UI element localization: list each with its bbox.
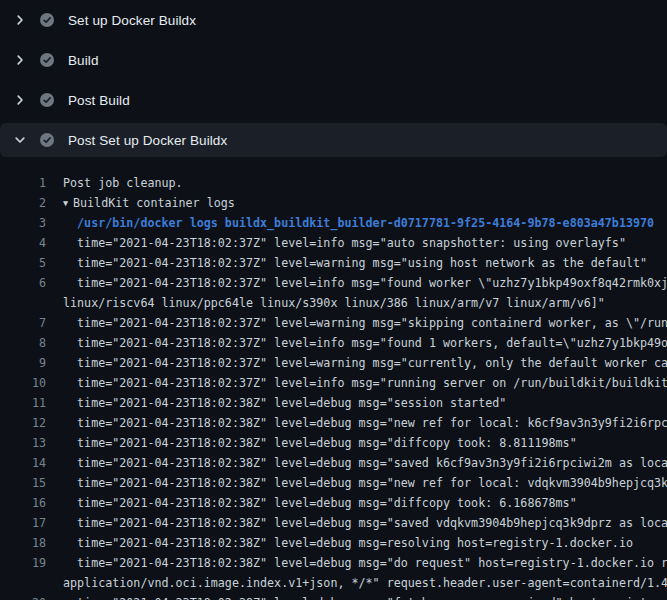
log-line-number[interactable]: 14 <box>0 456 46 470</box>
log-line: 11 time="2021-04-23T18:02:38Z" level=deb… <box>0 393 667 413</box>
step-header-set-up-docker-buildx[interactable]: Set up Docker Buildx <box>0 0 667 40</box>
log-line-number[interactable]: 19 <box>0 556 46 570</box>
log-line-number[interactable]: 10 <box>0 376 46 390</box>
step-header-build[interactable]: Build <box>0 40 667 80</box>
log-line: 8 time="2021-04-23T18:02:37Z" level=info… <box>0 333 667 353</box>
log-lines: 1 Post job cleanup. 2 ▼BuildKit containe… <box>0 160 667 600</box>
log-line-text: time="2021-04-23T18:02:38Z" level=debug … <box>63 396 506 410</box>
log-line-text: application/vnd.oci.image.index.v1+json,… <box>63 576 667 590</box>
log-line-text: time="2021-04-23T18:02:37Z" level=info m… <box>63 236 626 250</box>
log-line-text: time="2021-04-23T18:02:37Z" level=warnin… <box>63 256 647 270</box>
check-circle-icon <box>40 53 54 67</box>
log-line-text: time="2021-04-23T18:02:38Z" level=debug … <box>63 596 667 600</box>
step-header-post-build[interactable]: Post Build <box>0 80 667 120</box>
log-line-text: time="2021-04-23T18:02:37Z" level=info m… <box>63 376 667 390</box>
log-line-number[interactable]: 12 <box>0 416 46 430</box>
log-line-text: Post job cleanup. <box>63 176 183 190</box>
log-line: 3 /usr/bin/docker logs buildx_buildkit_b… <box>0 213 667 233</box>
log-line-number[interactable]: 6 <box>0 276 46 290</box>
log-line-number[interactable]: 4 <box>0 236 46 250</box>
log-line: linux/riscv64 linux/ppc64le linux/s390x … <box>0 293 667 313</box>
step-label: Post Build <box>68 93 130 108</box>
log-line-text: time="2021-04-23T18:02:38Z" level=debug … <box>63 516 667 530</box>
log-line: 4 time="2021-04-23T18:02:37Z" level=info… <box>0 233 667 253</box>
log-line-number[interactable]: 3 <box>0 216 46 230</box>
log-line-text: time="2021-04-23T18:02:38Z" level=debug … <box>63 456 667 470</box>
chevron-down-icon <box>12 132 28 148</box>
log-line-text: time="2021-04-23T18:02:38Z" level=debug … <box>63 536 633 550</box>
collapse-triangle-icon[interactable]: ▼ <box>63 198 73 208</box>
log-line: 18 time="2021-04-23T18:02:38Z" level=deb… <box>0 533 667 553</box>
log-line: 12 time="2021-04-23T18:02:38Z" level=deb… <box>0 413 667 433</box>
log-line-text: time="2021-04-23T18:02:38Z" level=debug … <box>63 416 667 430</box>
log-line-number[interactable]: 5 <box>0 256 46 270</box>
log-line-text: time="2021-04-23T18:02:37Z" level=info m… <box>63 336 667 350</box>
log-group-label[interactable]: BuildKit container logs <box>73 196 235 210</box>
log-line-number[interactable]: 11 <box>0 396 46 410</box>
chevron-right-icon <box>12 12 28 28</box>
log-line-number[interactable]: 16 <box>0 496 46 510</box>
log-line-text: time="2021-04-23T18:02:38Z" level=debug … <box>63 496 577 510</box>
log-line: 19 time="2021-04-23T18:02:38Z" level=deb… <box>0 553 667 573</box>
log-line: 13 time="2021-04-23T18:02:38Z" level=deb… <box>0 433 667 453</box>
log-line-number[interactable]: 18 <box>0 536 46 550</box>
log-line: 7 time="2021-04-23T18:02:37Z" level=warn… <box>0 313 667 333</box>
chevron-right-icon <box>12 92 28 108</box>
log-line: 2 ▼BuildKit container logs <box>0 193 667 213</box>
log-line-number[interactable]: 20 <box>0 596 46 600</box>
log-line-number[interactable]: 15 <box>0 476 46 490</box>
log-line-number[interactable]: 17 <box>0 516 46 530</box>
check-circle-icon <box>40 13 54 27</box>
chevron-right-icon <box>12 52 28 68</box>
log-line-number[interactable]: 13 <box>0 436 46 450</box>
log-line: 14 time="2021-04-23T18:02:38Z" level=deb… <box>0 453 667 473</box>
log-line-number[interactable]: 8 <box>0 336 46 350</box>
log-line-number[interactable]: 2 <box>0 196 46 210</box>
check-circle-icon <box>40 133 54 147</box>
log-line-text: time="2021-04-23T18:02:38Z" level=debug … <box>63 436 577 450</box>
step-header-post-set-up-docker-buildx[interactable]: Post Set up Docker Buildx <box>0 123 667 157</box>
log-line-number[interactable]: 7 <box>0 316 46 330</box>
log-line-number[interactable]: 1 <box>0 176 46 190</box>
log-line-text: time="2021-04-23T18:02:37Z" level=info m… <box>63 276 667 290</box>
log-line: 16 time="2021-04-23T18:02:38Z" level=deb… <box>0 493 667 513</box>
log-line-text: time="2021-04-23T18:02:37Z" level=warnin… <box>63 316 667 330</box>
log-line: application/vnd.oci.image.index.v1+json,… <box>0 573 667 593</box>
step-label: Build <box>68 53 99 68</box>
log-line: 10 time="2021-04-23T18:02:37Z" level=inf… <box>0 373 667 393</box>
log-line: 6 time="2021-04-23T18:02:37Z" level=info… <box>0 273 667 293</box>
log-line-text: linux/riscv64 linux/ppc64le linux/s390x … <box>63 296 605 310</box>
log-line-text: /usr/bin/docker logs buildx_buildkit_bui… <box>63 216 654 230</box>
log-line-text: time="2021-04-23T18:02:38Z" level=debug … <box>63 556 667 570</box>
log-line-text: time="2021-04-23T18:02:37Z" level=warnin… <box>63 356 667 370</box>
log-line: 17 time="2021-04-23T18:02:38Z" level=deb… <box>0 513 667 533</box>
step-label: Post Set up Docker Buildx <box>68 133 227 148</box>
log-line: 9 time="2021-04-23T18:02:37Z" level=warn… <box>0 353 667 373</box>
log-line-number[interactable]: 9 <box>0 356 46 370</box>
log-line: 20 time="2021-04-23T18:02:38Z" level=deb… <box>0 593 667 600</box>
log-line: 5 time="2021-04-23T18:02:37Z" level=warn… <box>0 253 667 273</box>
log-line: 1 Post job cleanup. <box>0 173 667 193</box>
log-line-text: time="2021-04-23T18:02:38Z" level=debug … <box>63 476 667 490</box>
step-label: Set up Docker Buildx <box>68 13 196 28</box>
check-circle-icon <box>40 93 54 107</box>
steps-list: Set up Docker Buildx Build Post Build <box>0 0 667 157</box>
log-line: 15 time="2021-04-23T18:02:38Z" level=deb… <box>0 473 667 493</box>
